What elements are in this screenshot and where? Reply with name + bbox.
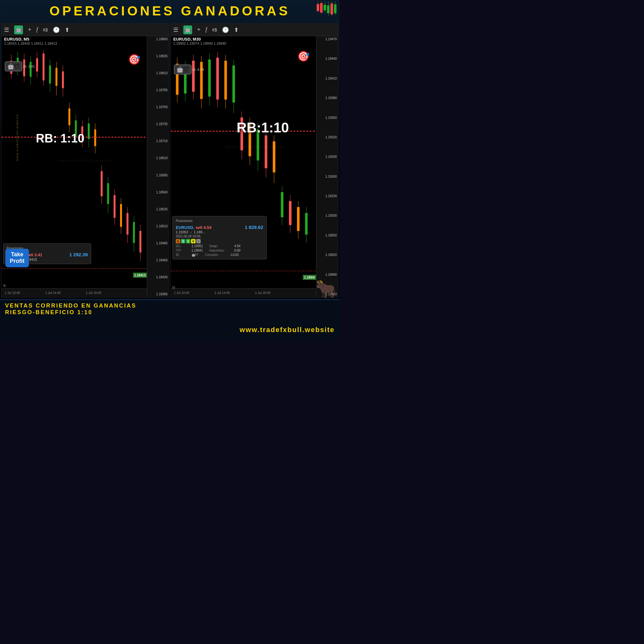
robot-icon-right: 🤖🛡 sil, 4.54 xyxy=(174,64,204,75)
svg-rect-71 xyxy=(281,192,283,217)
plus-icon-right[interactable]: + xyxy=(197,26,201,33)
time-3-left: 1 Jul 18:40 xyxy=(86,291,101,295)
svg-rect-77 xyxy=(305,213,308,235)
svg-rect-75 xyxy=(297,207,299,231)
positions-profit-left: 1 292.39 xyxy=(69,252,88,257)
r-price-7: 1.19290 xyxy=(318,155,337,158)
chart-decoration xyxy=(317,2,336,19)
detail-row-tp: T/P: 1.18941 Impuestos: 0.00 xyxy=(176,249,263,252)
rb-ratio-right: RB:1:10 xyxy=(236,120,289,136)
function-icon-right[interactable]: f xyxy=(206,26,207,33)
swap-key: Swap: xyxy=(209,244,228,248)
svg-rect-73 xyxy=(289,201,291,225)
svg-rect-41 xyxy=(139,231,141,253)
commission-key: Comisión: xyxy=(205,253,224,257)
time-axis-right: 1 Jul 10:40 1 Jul 14:40 1 Jul 18:40 xyxy=(171,288,316,297)
upload-icon-right[interactable]: ⬆ xyxy=(234,26,239,33)
bottom-banner: VENTAS CORRIENDO EN GANANCIAS RIESGO-BEN… xyxy=(0,299,340,340)
price-2: 1.18835 xyxy=(148,54,168,58)
r-price-11: 1.19050 xyxy=(318,234,337,237)
positions-price-right: 1.19352 → 1.189... xyxy=(176,230,263,234)
symbol-right: EURUSD, M30 xyxy=(173,37,226,42)
tp-val: 1.18941 xyxy=(192,249,203,252)
side-watermark-left: www.tradefxbull.website xyxy=(16,106,19,169)
symbol-left: EURUSD, M5 xyxy=(4,37,57,42)
svg-rect-55 xyxy=(216,58,219,100)
price-15: 1.18435 xyxy=(148,275,168,279)
rb-ratio-left: RB: 1:10 xyxy=(36,132,84,145)
positions-date-right: 2021.06.28 18:09, xyxy=(176,235,263,238)
price-scale-right: 1.19470 1.19440 1.19410 1.19380 1.19350 … xyxy=(316,36,338,297)
robot-label-right: sil, 4.54 xyxy=(192,68,204,71)
svg-rect-29 xyxy=(101,171,103,197)
price-highlight-right: 1.1894t xyxy=(303,275,316,280)
swap-val: 4.54 xyxy=(234,244,240,248)
time-3-right: 1 Jul 18:40 xyxy=(255,291,270,295)
chart-header-left: EURUSD, M5 1.18415 1.18420 1.18411 1.184… xyxy=(4,37,57,45)
positions-title-right: Posiciones xyxy=(176,219,263,223)
time-axis-left: 1 Jul 10:40 1 Jul 14:40 1 Jul 18:40 xyxy=(2,288,147,297)
price-12: 1.18510 xyxy=(148,225,168,228)
svg-rect-17 xyxy=(62,71,64,88)
function-icon-left[interactable]: f xyxy=(36,26,38,33)
take-profit-text: TakeProfit xyxy=(10,251,25,265)
svg-rect-31 xyxy=(107,183,109,204)
ohlc-left: 1.18415 1.18420 1.18411 1.18413 xyxy=(4,42,57,45)
menu-icon-right[interactable]: ☰ xyxy=(173,26,178,33)
chart-toolbar-right: ☰ 🤖 + f ¢$ 🕐 ⬆ xyxy=(171,24,338,36)
price-4: 1.18785 xyxy=(148,88,168,92)
currency-icon-left[interactable]: ¢$ xyxy=(43,27,48,32)
id-key: ID: xyxy=(176,253,185,257)
r-price-6: 1.19320 xyxy=(318,136,337,139)
tp-label-right: tp xyxy=(172,285,175,289)
price-16: 1.18385 xyxy=(148,292,168,296)
r-price-10: 1.19200 xyxy=(318,214,337,217)
price-7: 1.18710 xyxy=(148,139,168,143)
menu-icon[interactable]: ☰ xyxy=(4,26,9,33)
tp-label-left: tp xyxy=(3,283,6,287)
avatar-left: 🤖 xyxy=(14,25,23,34)
taxes-val: 0.00 xyxy=(234,249,240,252)
svg-rect-57 xyxy=(224,61,227,100)
page-title: OPERACIONES GANADORAS xyxy=(49,3,290,19)
r-price-1: 1.19470 xyxy=(318,37,337,41)
svg-rect-11 xyxy=(42,53,44,81)
take-profit-badge: TakeProfit xyxy=(5,249,29,267)
price-6: 1.18735 xyxy=(148,122,168,126)
ohlc-right: 1.19002 1.19074 1.18940 1.18940 xyxy=(173,42,226,45)
target-icon-right: 🎯 xyxy=(297,50,310,62)
sl-key: S/L: xyxy=(176,244,185,248)
price-9: 1.18585 xyxy=(148,174,168,177)
r-price-8: 1.19260 xyxy=(318,175,337,178)
detail-row-sl: S/L: 1.19351 Swap: 4.54 xyxy=(176,244,263,248)
bull-icon: 🐂 xyxy=(315,279,337,299)
time-2-left: 1 Jul 14:40 xyxy=(45,291,61,295)
svg-rect-27 xyxy=(94,130,96,146)
taxes-key: Impuestos: xyxy=(209,249,228,252)
time-1-left: 1 Jul 10:40 xyxy=(5,291,20,295)
detail-row-id: ID: 🤖🛡 Comisión: -13.62 xyxy=(176,253,263,257)
r-price-12: 1.19020 xyxy=(318,253,337,257)
svg-rect-35 xyxy=(120,204,122,227)
clock-icon-left[interactable]: 🕐 xyxy=(53,26,60,33)
svg-rect-67 xyxy=(265,136,267,169)
svg-rect-33 xyxy=(114,195,115,218)
avatar-right: 🤖 xyxy=(183,25,192,34)
bottom-title: VENTAS CORRIENDO EN GANANCIAS xyxy=(5,303,335,309)
plus-icon-left[interactable]: + xyxy=(28,26,31,33)
sl-val: 1.19351 xyxy=(192,244,203,248)
chart-header-right: EURUSD, M30 1.19002 1.19074 1.18940 1.18… xyxy=(173,37,226,45)
current-price-left: 1.18413 xyxy=(134,274,146,277)
upload-icon-left[interactable]: ⬆ xyxy=(65,26,69,33)
chart-panel-right: ☰ 🤖 + f ¢$ 🕐 ⬆ EURUSD, M30 1.19002 1.190… xyxy=(170,23,338,297)
r-price-13: 1.18990 xyxy=(318,273,337,276)
current-price-right: 1.1894t xyxy=(304,276,315,279)
price-1: 1.18860 xyxy=(148,37,168,41)
svg-rect-39 xyxy=(133,222,135,243)
tp-key: T/P: xyxy=(176,249,185,252)
commission-val: -13.62 xyxy=(230,253,239,257)
currency-icon-right[interactable]: ¢$ xyxy=(212,27,217,32)
price-11: 1.18535 xyxy=(148,208,168,211)
clock-icon-right[interactable]: 🕐 xyxy=(222,26,229,33)
time-2-right: 1 Jul 14:40 xyxy=(214,291,230,295)
